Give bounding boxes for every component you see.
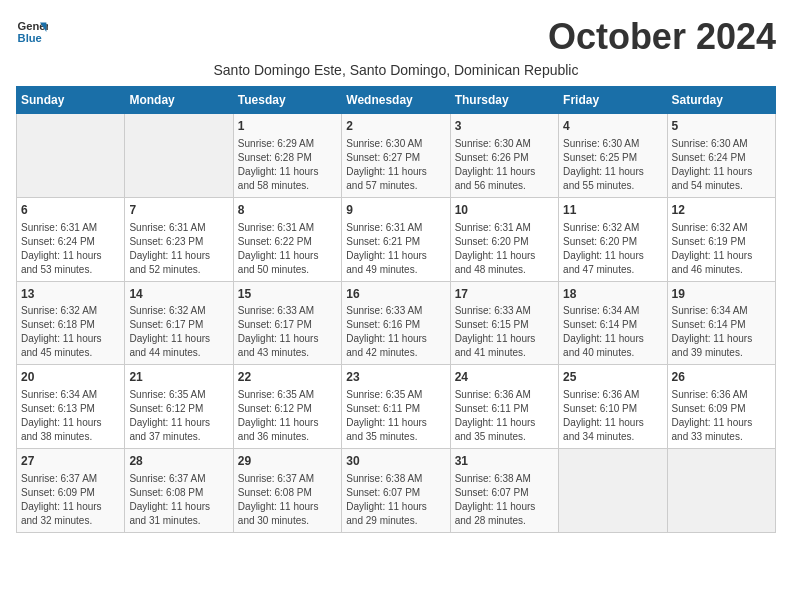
day-info: Sunrise: 6:31 AM Sunset: 6:22 PM Dayligh… xyxy=(238,221,337,277)
day-number: 12 xyxy=(672,202,771,219)
day-number: 27 xyxy=(21,453,120,470)
day-number: 9 xyxy=(346,202,445,219)
calendar-day-cell: 17Sunrise: 6:33 AM Sunset: 6:15 PM Dayli… xyxy=(450,281,558,365)
day-of-week-header: Saturday xyxy=(667,87,775,114)
calendar-day-cell: 19Sunrise: 6:34 AM Sunset: 6:14 PM Dayli… xyxy=(667,281,775,365)
day-info: Sunrise: 6:35 AM Sunset: 6:12 PM Dayligh… xyxy=(129,388,228,444)
calendar-day-cell xyxy=(17,114,125,198)
calendar-day-cell: 23Sunrise: 6:35 AM Sunset: 6:11 PM Dayli… xyxy=(342,365,450,449)
calendar-day-cell: 18Sunrise: 6:34 AM Sunset: 6:14 PM Dayli… xyxy=(559,281,667,365)
day-info: Sunrise: 6:31 AM Sunset: 6:23 PM Dayligh… xyxy=(129,221,228,277)
day-number: 23 xyxy=(346,369,445,386)
day-number: 8 xyxy=(238,202,337,219)
day-info: Sunrise: 6:30 AM Sunset: 6:26 PM Dayligh… xyxy=(455,137,554,193)
calendar-day-cell xyxy=(125,114,233,198)
calendar-body: 1Sunrise: 6:29 AM Sunset: 6:28 PM Daylig… xyxy=(17,114,776,533)
day-number: 7 xyxy=(129,202,228,219)
day-number: 5 xyxy=(672,118,771,135)
day-number: 15 xyxy=(238,286,337,303)
day-info: Sunrise: 6:35 AM Sunset: 6:12 PM Dayligh… xyxy=(238,388,337,444)
calendar-day-cell xyxy=(559,449,667,533)
calendar-day-cell: 15Sunrise: 6:33 AM Sunset: 6:17 PM Dayli… xyxy=(233,281,341,365)
day-number: 6 xyxy=(21,202,120,219)
day-number: 25 xyxy=(563,369,662,386)
calendar-day-cell xyxy=(667,449,775,533)
logo-icon: General Blue xyxy=(16,16,48,48)
calendar-week-row: 27Sunrise: 6:37 AM Sunset: 6:09 PM Dayli… xyxy=(17,449,776,533)
day-info: Sunrise: 6:31 AM Sunset: 6:24 PM Dayligh… xyxy=(21,221,120,277)
day-of-week-header: Wednesday xyxy=(342,87,450,114)
day-number: 30 xyxy=(346,453,445,470)
day-info: Sunrise: 6:36 AM Sunset: 6:10 PM Dayligh… xyxy=(563,388,662,444)
calendar-day-cell: 16Sunrise: 6:33 AM Sunset: 6:16 PM Dayli… xyxy=(342,281,450,365)
day-info: Sunrise: 6:34 AM Sunset: 6:14 PM Dayligh… xyxy=(563,304,662,360)
calendar-day-cell: 21Sunrise: 6:35 AM Sunset: 6:12 PM Dayli… xyxy=(125,365,233,449)
day-of-week-header: Friday xyxy=(559,87,667,114)
calendar-day-cell: 25Sunrise: 6:36 AM Sunset: 6:10 PM Dayli… xyxy=(559,365,667,449)
day-info: Sunrise: 6:30 AM Sunset: 6:27 PM Dayligh… xyxy=(346,137,445,193)
calendar-day-cell: 12Sunrise: 6:32 AM Sunset: 6:19 PM Dayli… xyxy=(667,197,775,281)
day-of-week-header: Monday xyxy=(125,87,233,114)
day-number: 26 xyxy=(672,369,771,386)
day-number: 28 xyxy=(129,453,228,470)
day-number: 19 xyxy=(672,286,771,303)
month-title: October 2024 xyxy=(548,16,776,58)
day-info: Sunrise: 6:31 AM Sunset: 6:20 PM Dayligh… xyxy=(455,221,554,277)
calendar-day-cell: 22Sunrise: 6:35 AM Sunset: 6:12 PM Dayli… xyxy=(233,365,341,449)
day-info: Sunrise: 6:36 AM Sunset: 6:09 PM Dayligh… xyxy=(672,388,771,444)
day-info: Sunrise: 6:34 AM Sunset: 6:13 PM Dayligh… xyxy=(21,388,120,444)
day-of-week-header: Tuesday xyxy=(233,87,341,114)
day-number: 13 xyxy=(21,286,120,303)
day-info: Sunrise: 6:33 AM Sunset: 6:15 PM Dayligh… xyxy=(455,304,554,360)
calendar-day-cell: 20Sunrise: 6:34 AM Sunset: 6:13 PM Dayli… xyxy=(17,365,125,449)
day-number: 17 xyxy=(455,286,554,303)
day-info: Sunrise: 6:30 AM Sunset: 6:25 PM Dayligh… xyxy=(563,137,662,193)
calendar-table: SundayMondayTuesdayWednesdayThursdayFrid… xyxy=(16,86,776,533)
day-info: Sunrise: 6:34 AM Sunset: 6:14 PM Dayligh… xyxy=(672,304,771,360)
day-info: Sunrise: 6:37 AM Sunset: 6:09 PM Dayligh… xyxy=(21,472,120,528)
day-number: 3 xyxy=(455,118,554,135)
calendar-day-cell: 24Sunrise: 6:36 AM Sunset: 6:11 PM Dayli… xyxy=(450,365,558,449)
calendar-day-cell: 7Sunrise: 6:31 AM Sunset: 6:23 PM Daylig… xyxy=(125,197,233,281)
calendar-day-cell: 26Sunrise: 6:36 AM Sunset: 6:09 PM Dayli… xyxy=(667,365,775,449)
day-info: Sunrise: 6:38 AM Sunset: 6:07 PM Dayligh… xyxy=(455,472,554,528)
calendar-day-cell: 3Sunrise: 6:30 AM Sunset: 6:26 PM Daylig… xyxy=(450,114,558,198)
day-number: 22 xyxy=(238,369,337,386)
day-number: 18 xyxy=(563,286,662,303)
calendar-day-cell: 29Sunrise: 6:37 AM Sunset: 6:08 PM Dayli… xyxy=(233,449,341,533)
day-number: 29 xyxy=(238,453,337,470)
day-info: Sunrise: 6:37 AM Sunset: 6:08 PM Dayligh… xyxy=(238,472,337,528)
calendar-header-row: SundayMondayTuesdayWednesdayThursdayFrid… xyxy=(17,87,776,114)
day-info: Sunrise: 6:29 AM Sunset: 6:28 PM Dayligh… xyxy=(238,137,337,193)
day-info: Sunrise: 6:32 AM Sunset: 6:20 PM Dayligh… xyxy=(563,221,662,277)
day-info: Sunrise: 6:36 AM Sunset: 6:11 PM Dayligh… xyxy=(455,388,554,444)
day-info: Sunrise: 6:30 AM Sunset: 6:24 PM Dayligh… xyxy=(672,137,771,193)
calendar-day-cell: 13Sunrise: 6:32 AM Sunset: 6:18 PM Dayli… xyxy=(17,281,125,365)
svg-text:Blue: Blue xyxy=(18,32,42,44)
day-info: Sunrise: 6:35 AM Sunset: 6:11 PM Dayligh… xyxy=(346,388,445,444)
day-number: 4 xyxy=(563,118,662,135)
calendar-day-cell: 2Sunrise: 6:30 AM Sunset: 6:27 PM Daylig… xyxy=(342,114,450,198)
day-number: 24 xyxy=(455,369,554,386)
day-info: Sunrise: 6:32 AM Sunset: 6:19 PM Dayligh… xyxy=(672,221,771,277)
day-info: Sunrise: 6:38 AM Sunset: 6:07 PM Dayligh… xyxy=(346,472,445,528)
calendar-day-cell: 31Sunrise: 6:38 AM Sunset: 6:07 PM Dayli… xyxy=(450,449,558,533)
calendar-day-cell: 14Sunrise: 6:32 AM Sunset: 6:17 PM Dayli… xyxy=(125,281,233,365)
calendar-day-cell: 8Sunrise: 6:31 AM Sunset: 6:22 PM Daylig… xyxy=(233,197,341,281)
subtitle: Santo Domingo Este, Santo Domingo, Domin… xyxy=(16,62,776,78)
day-info: Sunrise: 6:32 AM Sunset: 6:17 PM Dayligh… xyxy=(129,304,228,360)
day-number: 1 xyxy=(238,118,337,135)
day-number: 14 xyxy=(129,286,228,303)
calendar-day-cell: 1Sunrise: 6:29 AM Sunset: 6:28 PM Daylig… xyxy=(233,114,341,198)
day-of-week-header: Thursday xyxy=(450,87,558,114)
day-number: 16 xyxy=(346,286,445,303)
logo: General Blue xyxy=(16,16,48,48)
day-number: 10 xyxy=(455,202,554,219)
calendar-day-cell: 30Sunrise: 6:38 AM Sunset: 6:07 PM Dayli… xyxy=(342,449,450,533)
day-info: Sunrise: 6:37 AM Sunset: 6:08 PM Dayligh… xyxy=(129,472,228,528)
calendar-week-row: 20Sunrise: 6:34 AM Sunset: 6:13 PM Dayli… xyxy=(17,365,776,449)
calendar-week-row: 6Sunrise: 6:31 AM Sunset: 6:24 PM Daylig… xyxy=(17,197,776,281)
calendar-day-cell: 10Sunrise: 6:31 AM Sunset: 6:20 PM Dayli… xyxy=(450,197,558,281)
day-number: 11 xyxy=(563,202,662,219)
day-info: Sunrise: 6:31 AM Sunset: 6:21 PM Dayligh… xyxy=(346,221,445,277)
